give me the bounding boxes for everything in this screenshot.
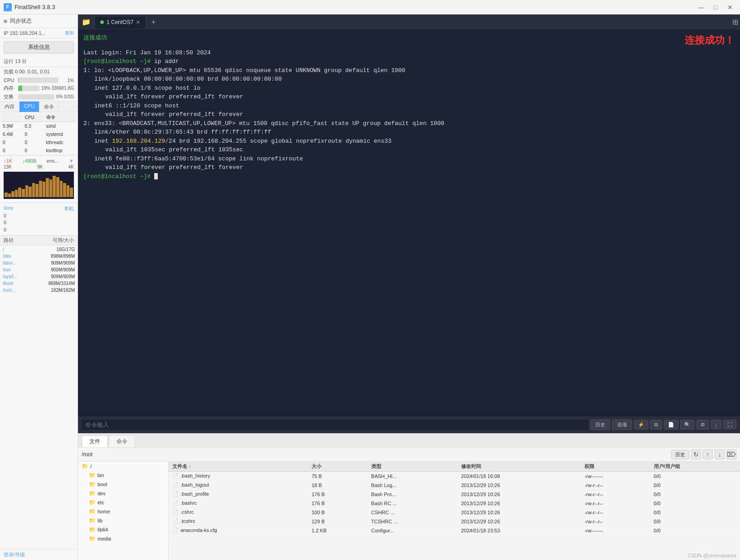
terminal-line-15: [root@localhost ~]#: [83, 172, 735, 181]
close-button[interactable]: ✕: [724, 2, 736, 12]
file-history-button[interactable]: 历史: [671, 450, 689, 459]
tab-close-icon[interactable]: ✕: [136, 19, 140, 25]
options-button[interactable]: 选项: [612, 420, 632, 430]
login-button[interactable]: 登录/升级: [0, 549, 78, 560]
file-owner: 0/0: [650, 499, 740, 508]
net-expand-icon[interactable]: ▼: [69, 158, 74, 164]
tree-label-home: home: [97, 509, 110, 514]
disk-path: /boot: [1, 280, 29, 286]
tab-status-dot: [100, 20, 104, 24]
download-icon[interactable]: ↓: [715, 449, 725, 459]
file-size: 18 B: [308, 481, 367, 490]
net-val-1: 13K: [4, 164, 12, 169]
cpu-value: 1%: [60, 78, 74, 83]
grid-view-icon[interactable]: ⊞: [732, 18, 738, 26]
file-mtime: 2013/12/29 10:26: [458, 490, 581, 499]
file-button[interactable]: 📄: [664, 420, 678, 430]
tab-cpu[interactable]: CPU: [19, 101, 39, 112]
file-row[interactable]: 📄.bashrc 176 B Bash RC ... 2013/12/29 10…: [169, 499, 740, 508]
file-tree: 📁 / 📁 bin 📁 boot 📁 dev: [78, 462, 169, 560]
proc-cpu: 0: [23, 139, 44, 146]
tree-item-etc[interactable]: 📁 etc: [78, 498, 168, 507]
search-button[interactable]: 🔍: [680, 420, 695, 430]
cpu-bar-container: [18, 77, 58, 83]
tree-item-lib64[interactable]: 📁 lib64: [78, 525, 168, 534]
tree-label-lib64: lib64: [97, 527, 108, 532]
settings-button[interactable]: ⚙: [696, 420, 709, 430]
tree-item-media[interactable]: 📁 media: [78, 534, 168, 543]
tree-item-boot[interactable]: 📁 boot: [78, 480, 168, 489]
folder-icon-media: 📁: [89, 536, 96, 542]
command-input[interactable]: [82, 420, 589, 430]
download-button[interactable]: ↓: [711, 420, 722, 429]
tree-item-home[interactable]: 📁 home: [78, 507, 168, 516]
tab-command[interactable]: 命令: [109, 435, 135, 447]
terminal-line-1: Last login: Fri Jan 19 16:08:50 2024: [83, 48, 735, 58]
proc-mem: 0: [1, 147, 22, 154]
network-section: ↑1K ↓480B ens... ▼ 13K 9K 4K: [0, 155, 78, 203]
app-icon: F: [4, 3, 12, 11]
sidebar: 同步状态 IP 192.168.204.1... 复制 系统信息 运行 13 分…: [0, 14, 78, 560]
file-row[interactable]: 📄anaconda-ks.cfg 1.2 KB Configur... 2024…: [169, 526, 740, 535]
col-filename[interactable]: 文件名 ↑: [169, 462, 308, 472]
bottom-panel: 文件 命令 /root 历史 ↻ ↑ ↓ ⌦ 📁 /: [78, 433, 740, 560]
tab-centos7[interactable]: 1 CentOS7 ✕: [94, 16, 146, 29]
file-row[interactable]: 📄.bash_history 75 B BASH_HI... 2024/01/1…: [169, 472, 740, 481]
tree-item-lib[interactable]: 📁 lib: [78, 516, 168, 525]
terminal-line-7: inet6 ::1/128 scope host: [94, 101, 735, 111]
upload-icon[interactable]: ↑: [703, 449, 713, 459]
disk-row: /dev/... 909M/909M: [1, 260, 77, 266]
net-row: ↑1K ↓480B ens... ▼: [4, 158, 74, 164]
tree-item-bin[interactable]: 📁 bin: [78, 471, 168, 480]
col-owner[interactable]: 用户/用户组: [650, 462, 740, 472]
history-button[interactable]: 历史: [590, 420, 610, 430]
file-perm: -rw-r--r--: [581, 517, 650, 526]
file-type: BASH_HI...: [368, 472, 458, 481]
sync-dot: [4, 19, 7, 23]
proc-cmd: systemd: [44, 131, 77, 138]
tab-files[interactable]: 文件: [82, 435, 108, 447]
tab-cmd[interactable]: 命令: [39, 101, 59, 112]
col-mtime[interactable]: 修改时间: [458, 462, 581, 472]
file-table: 文件名 ↑ 大小 类型 修改时间 权限 用户/用户组 📄.bash_histor…: [169, 462, 740, 535]
proc-mem: 0: [1, 139, 22, 146]
col-size[interactable]: 大小: [308, 462, 367, 472]
tree-item-root[interactable]: 📁 /: [78, 462, 168, 471]
maximize-button[interactable]: □: [709, 2, 722, 12]
tab-add-button[interactable]: +: [148, 17, 159, 28]
file-perm: -rw-r--r--: [581, 481, 650, 490]
copy-ip-button[interactable]: 复制: [65, 30, 74, 36]
flash-button[interactable]: ⚡: [634, 420, 648, 430]
folder-button[interactable]: 📁: [80, 16, 92, 29]
sysinfo-button[interactable]: 系统信息: [4, 41, 74, 53]
file-type: Bash Log...: [368, 481, 458, 490]
fullscreen-button[interactable]: ⛶: [723, 420, 736, 429]
minimize-button[interactable]: —: [695, 2, 707, 12]
file-type: CSHRC ...: [368, 508, 458, 517]
tree-label-etc: etc: [97, 500, 104, 505]
file-name: 📄.cshrc: [169, 508, 308, 517]
file-row[interactable]: 📄.bash_profile 176 B Bash Pro... 2013/12…: [169, 490, 740, 499]
tab-mem[interactable]: 内存: [0, 101, 19, 112]
mem-label: 内存: [4, 85, 16, 92]
cpu-bar: [18, 77, 19, 83]
copy-button[interactable]: ⧉: [650, 420, 662, 430]
terminal-line-3: 1: lo: <LOOPBACK,UP,LOWER_UP> mtu 65536 …: [83, 66, 735, 75]
disk-path: /dev: [1, 253, 29, 259]
col-perm[interactable]: 权限: [581, 462, 650, 472]
delete-icon[interactable]: ⌦: [726, 449, 736, 459]
terminal-area[interactable]: 连接成功 连接成功！ Last login: Fri Jan 19 16:08:…: [78, 30, 740, 416]
ping-zero-1: 0: [4, 212, 74, 219]
tree-item-dev[interactable]: 📁 dev: [78, 489, 168, 498]
file-row[interactable]: 📄.bash_logout 18 B Bash Log... 2013/12/2…: [169, 481, 740, 490]
disk-header: 路径 可用/大小: [0, 236, 78, 246]
file-row[interactable]: 📄.tcshrc 129 B TCSHRC ... 2013/12/29 10:…: [169, 517, 740, 526]
disk-row: /boot 868M/1014M: [1, 280, 77, 286]
tab-bar-right: ⊞: [732, 18, 738, 26]
refresh-icon[interactable]: ↻: [691, 449, 701, 459]
cpu-label: CPU: [4, 77, 16, 83]
file-row[interactable]: 📄.cshrc 100 B CSHRC ... 2013/12/29 10:26…: [169, 508, 740, 517]
col-type[interactable]: 类型: [368, 462, 458, 472]
proc-row: 5.9M 0.3 sshd: [1, 123, 77, 130]
file-owner: 0/0: [650, 472, 740, 481]
